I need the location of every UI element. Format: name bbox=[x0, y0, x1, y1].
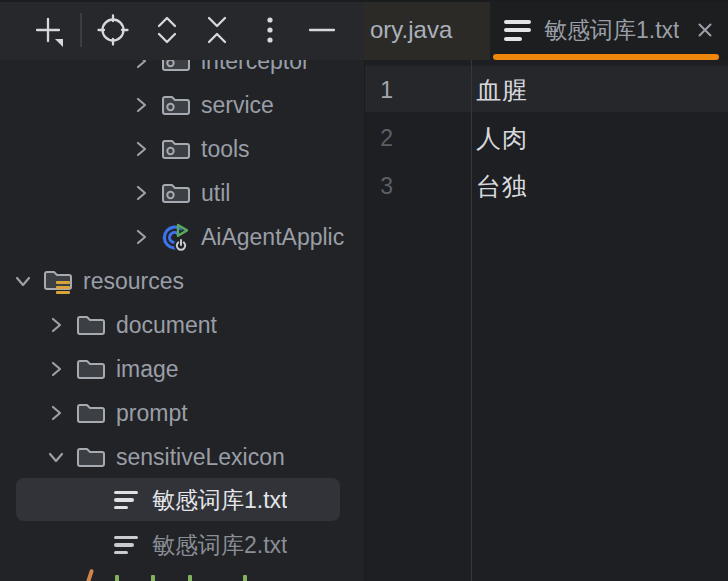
tab-title: ory.java bbox=[370, 16, 452, 44]
tree-item-label: tools bbox=[201, 136, 250, 163]
tree-item-label: service bbox=[201, 92, 274, 119]
ide-window: interceptor service bbox=[0, 0, 728, 581]
tree-item-lexicon-file-1[interactable]: 敏感词库1.txt bbox=[0, 478, 364, 522]
tree-item-label: AiAgentApplic bbox=[201, 224, 344, 251]
editor-tab-bar: ory.java 敏感词库1.txt bbox=[364, 0, 728, 60]
tree-item-resources[interactable]: resources bbox=[0, 259, 364, 303]
chevrons-expand-icon bbox=[149, 12, 185, 48]
toolbar-separator bbox=[80, 13, 82, 47]
package-folder-icon bbox=[160, 90, 191, 121]
tree-item-service[interactable]: service bbox=[0, 83, 364, 127]
chevrons-collapse-icon bbox=[199, 12, 235, 48]
chevron-right-icon[interactable] bbox=[43, 391, 69, 435]
folder-icon bbox=[75, 354, 106, 385]
target-icon bbox=[95, 12, 131, 48]
folder-icon bbox=[75, 442, 106, 473]
chevron-right-icon[interactable] bbox=[128, 171, 154, 215]
line-number: 3 bbox=[365, 173, 393, 200]
tree-item-prompt[interactable]: prompt bbox=[0, 391, 364, 435]
folder-icon bbox=[75, 310, 106, 341]
minus-icon bbox=[304, 12, 340, 48]
partial-text-mark bbox=[243, 575, 247, 581]
editor-area[interactable]: 1 血腥 2 人肉 3 台独 bbox=[364, 60, 728, 581]
tree-item-label: 敏感词库2.txt bbox=[152, 530, 287, 561]
collapse-all-button[interactable] bbox=[199, 12, 235, 48]
tab-partial-java-file[interactable]: ory.java bbox=[364, 0, 490, 60]
editor-lines: 1 血腥 2 人肉 3 台独 bbox=[365, 66, 728, 210]
partial-text-mark bbox=[115, 575, 119, 581]
add-button[interactable] bbox=[30, 12, 66, 48]
project-panel-toolbar bbox=[0, 0, 364, 60]
tab-title: 敏感词库1.txt bbox=[544, 15, 679, 46]
line-text: 台独 bbox=[476, 170, 528, 203]
tree-item-image[interactable]: image bbox=[0, 347, 364, 391]
tree-item-tools[interactable]: tools bbox=[0, 127, 364, 171]
expand-all-button[interactable] bbox=[149, 12, 185, 48]
more-options-button[interactable] bbox=[252, 12, 288, 48]
text-file-icon bbox=[111, 485, 142, 516]
window-top-edge bbox=[0, 0, 728, 2]
partial-text-mark bbox=[188, 575, 192, 581]
tree-item-label: prompt bbox=[116, 400, 188, 427]
tree-item-label: util bbox=[201, 180, 230, 207]
tree-item-document[interactable]: document bbox=[0, 303, 364, 347]
chevron-down-icon[interactable] bbox=[43, 435, 69, 479]
chevron-right-icon[interactable] bbox=[128, 83, 154, 127]
editor-line[interactable]: 1 血腥 bbox=[365, 66, 728, 114]
folder-icon bbox=[75, 398, 106, 429]
tree-item-label: resources bbox=[83, 268, 184, 295]
tree-item-aiagent-application[interactable]: AiAgentApplic bbox=[0, 215, 364, 259]
partial-text-mark bbox=[151, 575, 155, 581]
line-number: 1 bbox=[365, 77, 393, 104]
text-file-icon bbox=[111, 530, 142, 561]
chevron-right-icon[interactable] bbox=[43, 303, 69, 347]
package-folder-icon bbox=[160, 134, 191, 165]
line-number: 2 bbox=[365, 125, 393, 152]
tree-item-label: document bbox=[116, 312, 217, 339]
package-folder-icon bbox=[160, 178, 191, 209]
chevron-right-icon[interactable] bbox=[128, 215, 154, 259]
project-tree: interceptor service bbox=[0, 0, 364, 581]
partial-file-icon bbox=[86, 569, 94, 581]
run-application-class-icon bbox=[160, 222, 191, 253]
line-text: 人肉 bbox=[476, 122, 528, 155]
tab-active-lexicon-file[interactable]: 敏感词库1.txt bbox=[490, 0, 728, 60]
line-text: 血腥 bbox=[476, 74, 528, 107]
close-tab-icon[interactable] bbox=[694, 19, 716, 41]
chevron-right-icon[interactable] bbox=[128, 127, 154, 171]
active-tab-indicator bbox=[493, 54, 719, 60]
hide-panel-button[interactable] bbox=[304, 12, 340, 48]
tree-item-label: image bbox=[116, 356, 179, 383]
tree-item-sensitivelexicon[interactable]: sensitiveLexicon bbox=[0, 435, 364, 479]
text-file-icon bbox=[504, 20, 531, 41]
chevron-down-icon[interactable] bbox=[10, 259, 36, 303]
kebab-menu-icon bbox=[252, 12, 288, 48]
project-panel: interceptor service bbox=[0, 0, 364, 581]
chevron-right-icon[interactable] bbox=[43, 347, 69, 391]
tree-item-label: 敏感词库1.txt bbox=[152, 485, 287, 516]
editor-line[interactable]: 2 人肉 bbox=[365, 114, 728, 162]
editor-line[interactable]: 3 台独 bbox=[365, 162, 728, 210]
tree-item-util[interactable]: util bbox=[0, 171, 364, 215]
resources-folder-icon bbox=[42, 266, 73, 297]
tree-item-label: sensitiveLexicon bbox=[116, 444, 285, 471]
plus-with-dropdown-icon bbox=[30, 12, 66, 48]
select-opened-file-button[interactable] bbox=[95, 12, 131, 48]
tree-item-lexicon-file-2[interactable]: 敏感词库2.txt bbox=[0, 523, 364, 567]
